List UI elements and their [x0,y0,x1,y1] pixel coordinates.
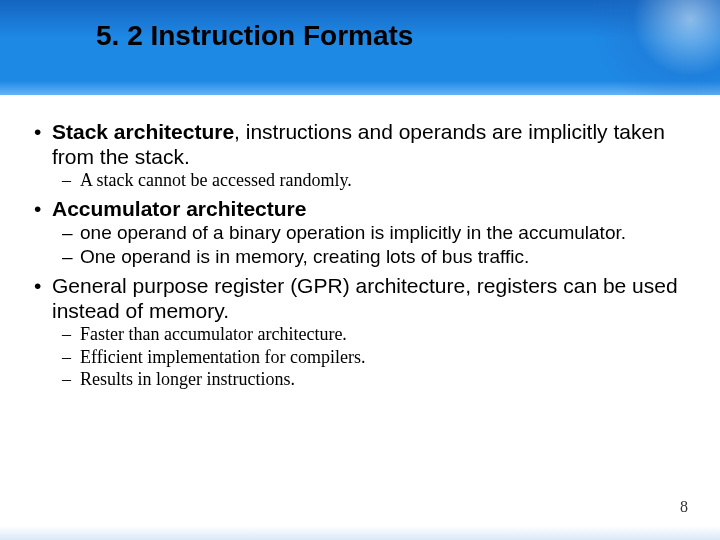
footer-gradient [0,526,720,540]
banner-graphic [570,0,720,95]
bullet-gpr-sub2: – Efficient implementation for compilers… [58,347,690,369]
bullet-stack-sub1: – A stack cannot be accessed randomly. [58,170,690,192]
bullet-accumulator-term: Accumulator architecture [52,196,690,221]
bullet-stack-arch: • Stack architecture, instructions and o… [30,119,690,169]
title-banner: 5. 2 Instruction Formats [0,0,720,95]
bullet-stack-term: Stack architecture [52,120,234,143]
bullet-gpr-sub1: – Faster than accumulator architecture. [58,324,690,346]
slide-title: 5. 2 Instruction Formats [96,20,413,52]
page-number: 8 [680,498,688,516]
bullet-gpr-sub3: – Results in longer instructions. [58,369,690,391]
bullet-gpr-arch: • General purpose register (GPR) archite… [30,273,690,323]
bullet-accumulator-arch: • Accumulator architecture [30,196,690,221]
bullet-accumulator-sub2: – One operand is in memory, creating lot… [58,246,690,269]
bullet-accumulator-sub1: – one operand of a binary operation is i… [58,222,690,245]
slide-body: • Stack architecture, instructions and o… [0,95,720,391]
